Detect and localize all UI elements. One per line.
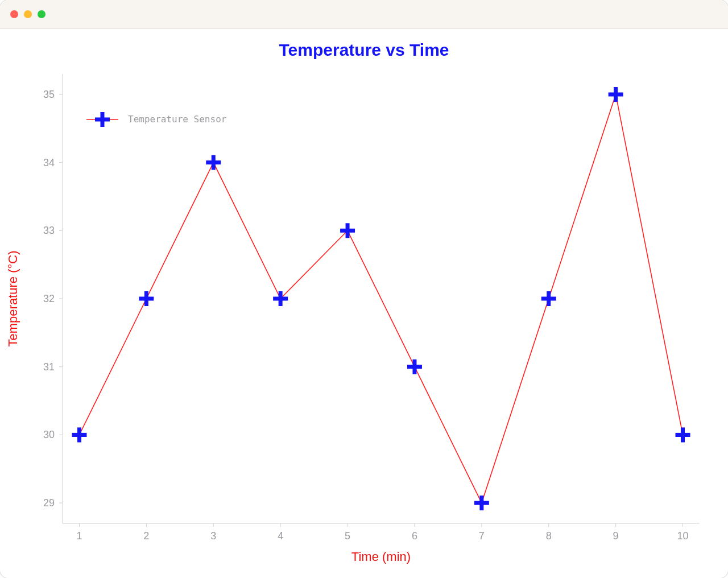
x-tick-label: 9 [613, 530, 619, 542]
y-tick-label: 35 [43, 89, 55, 100]
y-tick-label: 29 [43, 497, 55, 509]
y-tick-label: 32 [43, 293, 55, 304]
minimize-icon[interactable] [24, 10, 32, 18]
y-tick-label: 30 [43, 429, 55, 440]
series-line [79, 94, 682, 503]
x-tick-label: 10 [677, 530, 689, 542]
y-tick-label: 33 [43, 225, 55, 236]
x-tick-label: 4 [278, 530, 283, 542]
y-tick-label: 31 [43, 361, 55, 373]
x-tick-label: 6 [412, 530, 417, 542]
x-tick-label: 1 [76, 530, 82, 542]
x-tick-label: 7 [479, 530, 485, 542]
close-icon[interactable] [10, 10, 18, 18]
x-axis-label: Time (min) [351, 550, 411, 564]
chart-svg: Temperature vs Time 12345678910 29303132… [0, 28, 728, 578]
x-ticks: 12345678910 [76, 523, 688, 542]
x-tick-label: 3 [210, 530, 216, 542]
x-tick-label: 5 [345, 530, 350, 542]
y-axis-label: Temperature (°C) [6, 251, 20, 347]
x-tick-label: 2 [143, 530, 149, 542]
chart: Temperature vs Time 12345678910 29303132… [0, 28, 728, 578]
app-window: Temperature vs Time 12345678910 29303132… [0, 0, 728, 578]
titlebar [0, 0, 728, 29]
legend-label: Temperature Sensor [128, 114, 227, 125]
legend-marker-icon [86, 112, 118, 127]
x-tick-label: 8 [546, 530, 552, 542]
y-ticks: 29303132333435 [43, 89, 63, 509]
chart-title: Temperature vs Time [279, 40, 449, 59]
maximize-icon[interactable] [38, 10, 46, 18]
window-controls [10, 10, 46, 18]
y-tick-label: 34 [43, 157, 55, 168]
legend: Temperature Sensor [86, 112, 227, 127]
